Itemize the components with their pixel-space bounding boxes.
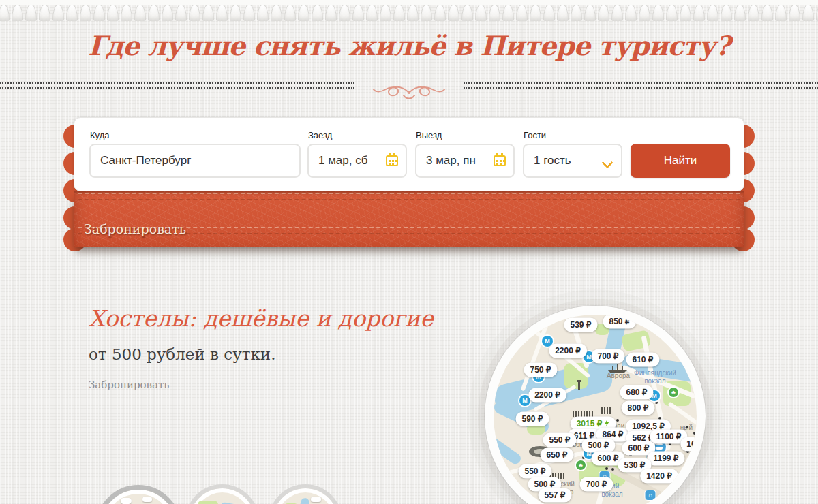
scallop-arch <box>707 5 718 21</box>
price-pin[interactable]: 16 <box>680 437 697 452</box>
price-pin[interactable]: 750 ₽ <box>524 363 558 377</box>
top-strip <box>0 0 818 5</box>
section-heading: Хостелы: дешёвые и дорогие <box>89 305 434 332</box>
price-pin[interactable]: 550 ₽ <box>543 433 577 447</box>
divider-line <box>0 82 354 89</box>
price-pin[interactable]: 2200 ₽ <box>528 388 566 403</box>
scallop-arch <box>625 5 637 21</box>
checkin-label: Заезд <box>308 130 407 140</box>
scallop-arch <box>284 5 296 21</box>
book-link[interactable]: Забронировать <box>89 379 169 391</box>
scallop-arch <box>516 5 528 21</box>
price-pin[interactable]: 590 ₽ <box>516 412 549 426</box>
scallop-arch <box>366 5 378 21</box>
destination-input[interactable] <box>89 144 301 178</box>
ribbon-stitches <box>78 193 740 200</box>
spire-icon <box>578 381 580 390</box>
scallop-arch <box>611 5 623 21</box>
hostel-dot <box>611 468 614 471</box>
map-label: Финляндский вокзал <box>634 369 676 385</box>
checkout-label: Выезд <box>416 130 515 140</box>
canal <box>494 433 523 467</box>
price-pin <box>121 498 132 504</box>
scallop-arch <box>25 5 37 21</box>
scallop-arch <box>530 5 541 21</box>
map-thumbnail[interactable] <box>185 484 259 504</box>
price-pin[interactable]: 850 ₽ <box>603 315 637 329</box>
scallop-arch <box>121 5 132 21</box>
scallop-arch <box>271 5 282 21</box>
scallop-arch <box>202 5 214 21</box>
scallop-arch <box>543 5 555 21</box>
scallop-arch <box>434 5 446 21</box>
map-thumbnail[interactable] <box>269 484 342 504</box>
hostels-map-circle[interactable]: АврораФинляндский вокзалевскийовиныйМосс… <box>485 306 706 504</box>
scallop-arch <box>189 5 200 21</box>
price-pin[interactable]: 610 ₽ <box>626 353 660 367</box>
scallop-arch <box>107 5 119 21</box>
price-pin[interactable]: 1420 ₽ <box>640 469 678 484</box>
price-pin[interactable]: 500 ₽ <box>582 439 616 453</box>
scallop-arch <box>639 5 650 21</box>
price-pin[interactable]: 700 ₽ <box>580 477 614 492</box>
destination-label: Куда <box>90 130 301 140</box>
scallop-arch <box>680 5 691 21</box>
scallop-arch <box>52 5 64 21</box>
price-pin[interactable]: 539 ₽ <box>564 318 598 332</box>
park-area <box>198 501 218 504</box>
scallop-arch <box>598 5 609 21</box>
scallop-arch <box>230 5 241 21</box>
hostel-dot <box>605 467 608 470</box>
booking-ribbon: Забронировать <box>74 191 744 247</box>
divider-flourish-icon <box>368 83 450 105</box>
scallop-arch <box>448 5 459 21</box>
map-content: АврораФинляндский вокзалевскийовиныйМосс… <box>494 315 697 504</box>
price-pin[interactable]: 2200 ₽ <box>549 344 587 358</box>
guests-label: Гости <box>524 130 622 140</box>
scallop-arch <box>393 5 405 21</box>
price-pin[interactable]: 550 ₽ <box>519 464 552 479</box>
scallop-border <box>0 5 818 22</box>
castle-icon <box>601 407 612 414</box>
hostel-dot <box>686 426 688 428</box>
hostel-dot <box>693 432 696 435</box>
scallop-arch <box>312 5 323 21</box>
scallop-arch <box>489 5 500 21</box>
scallop-arch <box>721 5 732 21</box>
search-card: Куда Заезд Выезд Гости Найти <box>74 117 744 191</box>
scallop-arch <box>666 5 678 21</box>
scallop-arch <box>748 5 759 21</box>
page-title: Где лучше снять жильё в Питере туристу? <box>0 30 818 61</box>
price-pin[interactable]: 1199 ₽ <box>647 452 684 466</box>
search-button[interactable]: Найти <box>631 144 730 178</box>
scallop-arch <box>257 5 269 21</box>
price-pin[interactable]: 680 ₽ <box>620 385 654 400</box>
price-pin[interactable]: 700 ₽ <box>592 349 625 364</box>
calendar-icon[interactable] <box>386 155 398 166</box>
scallop-arch <box>80 5 91 21</box>
scallop-arch <box>557 5 569 21</box>
calendar-icon[interactable] <box>494 155 506 166</box>
hostel-dot <box>655 401 658 404</box>
entrance-icon: ∩ <box>646 490 656 500</box>
scallop-arch <box>216 5 228 21</box>
price-pin[interactable]: 800 ₽ <box>622 401 655 415</box>
lightning-icon <box>604 420 609 427</box>
scallop-arch <box>571 5 582 21</box>
map-label: Аврора <box>607 372 630 380</box>
scallop-arch <box>475 5 487 21</box>
scallop-arch <box>175 5 187 21</box>
price-pin[interactable]: 650 ₽ <box>541 448 574 462</box>
river <box>298 497 309 504</box>
scallop-arch <box>789 5 800 21</box>
scallop-arch <box>734 5 746 21</box>
price-pin[interactable]: 557 ₽ <box>539 488 572 503</box>
scallop-arch <box>93 5 105 21</box>
price-pin <box>142 497 152 502</box>
park-icon: ♣ <box>576 460 586 470</box>
destination-field-group: Куда <box>89 130 301 178</box>
scallop-arch <box>12 5 23 21</box>
scallop-arch <box>584 5 596 21</box>
scallop-arch <box>802 5 814 21</box>
map-thumbnail[interactable] <box>95 485 181 504</box>
